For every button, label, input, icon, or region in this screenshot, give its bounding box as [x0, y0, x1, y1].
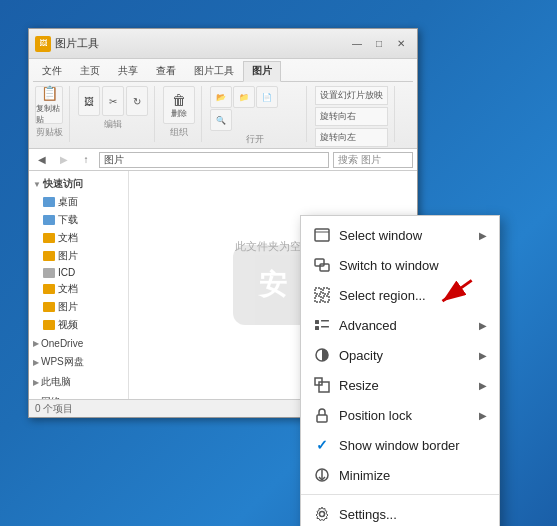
- minimize-button[interactable]: —: [347, 35, 367, 53]
- menu-item-settings[interactable]: Settings...: [301, 499, 499, 526]
- menu-item-switch-window[interactable]: Switch to window: [301, 250, 499, 280]
- ribbon-btn-crop[interactable]: ✂: [102, 86, 124, 116]
- svg-rect-5: [323, 288, 329, 294]
- menu-item-show-border-label: Show window border: [339, 438, 487, 453]
- search-box[interactable]: 搜索 图片: [333, 152, 413, 168]
- ribbon-group-misc: 设置幻灯片放映 旋转向右 旋转向左 选项: [315, 86, 395, 142]
- sidebar-onedrive: ▶ OneDrive: [29, 336, 128, 351]
- context-menu: Select window ▶ Switch to window Select …: [300, 215, 500, 526]
- window-icon: [313, 226, 331, 244]
- opacity-icon: [313, 346, 331, 364]
- menu-item-select-window[interactable]: Select window ▶: [301, 220, 499, 250]
- tab-share[interactable]: 共享: [109, 61, 147, 81]
- menu-item-select-region[interactable]: Select region...: [301, 280, 499, 310]
- menu-item-minimize[interactable]: Minimize: [301, 460, 499, 490]
- menu-item-opacity-label: Opacity: [339, 348, 479, 363]
- ribbon-btn-misc2[interactable]: 旋转向右: [315, 107, 388, 126]
- sidebar-item-docs[interactable]: 文档: [29, 229, 128, 247]
- menu-item-advanced-label: Advanced: [339, 318, 479, 333]
- menu-item-position-lock-label: Position lock: [339, 408, 479, 423]
- ribbon-btn-fixed[interactable]: 🖼: [78, 86, 100, 116]
- onedrive-header[interactable]: ▶ OneDrive: [29, 336, 128, 351]
- title-bar: 🖼 图片工具 — □ ✕: [29, 29, 417, 59]
- back-button[interactable]: ◀: [33, 151, 51, 169]
- check-icon: ✓: [313, 436, 331, 454]
- switch-icon: [313, 256, 331, 274]
- thispc-header[interactable]: ▶ 此电脑: [29, 373, 128, 391]
- close-button[interactable]: ✕: [391, 35, 411, 53]
- up-button[interactable]: ↑: [77, 151, 95, 169]
- advanced-icon: [313, 316, 331, 334]
- ribbon-group-open: 📂 📁 📄 🔍 行开: [210, 86, 307, 142]
- menu-item-select-window-label: Select window: [339, 228, 479, 243]
- menu-item-resize[interactable]: Resize ▶: [301, 370, 499, 400]
- ribbon-btn-misc3[interactable]: 旋转向左: [315, 128, 388, 147]
- ribbon-btn-rotate[interactable]: ↻: [126, 86, 148, 116]
- ribbon-btn-delete[interactable]: 🗑 删除: [163, 86, 195, 124]
- menu-item-select-region-label: Select region...: [339, 288, 487, 303]
- sidebar-item-desktop[interactable]: 桌面: [29, 193, 128, 211]
- svg-rect-8: [315, 320, 319, 324]
- svg-rect-10: [321, 320, 329, 322]
- quickaccess-header[interactable]: ▼ 快速访问: [29, 175, 128, 193]
- item-count: 0 个项目: [35, 402, 73, 416]
- ribbon-btn-open3[interactable]: 📄: [256, 86, 278, 108]
- maximize-button[interactable]: □: [369, 35, 389, 53]
- sidebar-thispc: ▶ 此电脑: [29, 373, 128, 391]
- ribbon-btn-open1[interactable]: 📂: [210, 86, 232, 108]
- select-window-arrow: ▶: [479, 230, 487, 241]
- ribbon-group-new: 🖼 ✂ ↻ 编辑: [78, 86, 155, 142]
- svg-rect-6: [315, 296, 321, 302]
- ribbon-btn-misc1[interactable]: 设置幻灯片放映: [315, 86, 388, 105]
- svg-rect-7: [323, 296, 329, 302]
- minimize-icon: [313, 466, 331, 484]
- wps-header[interactable]: ▶ WPS网盘: [29, 353, 128, 371]
- svg-rect-14: [319, 382, 329, 392]
- ribbon-tabs: 文件 主页 共享 查看 图片工具 图片: [33, 61, 413, 81]
- tab-tools[interactable]: 图片工具: [185, 61, 243, 81]
- ribbon-group-actions: 🗑 删除 组织: [163, 86, 202, 142]
- ribbon-group-organize: 📋 复制粘贴 剪贴板: [35, 86, 70, 142]
- sidebar-item-icd[interactable]: ICD: [29, 265, 128, 280]
- ribbon-content: 📋 复制粘贴 剪贴板 🖼 ✂: [33, 81, 413, 146]
- sidebar: ▼ 快速访问 桌面 下载 文档: [29, 171, 129, 399]
- desktop: 🖼 图片工具 — □ ✕ 文件 主页 共享 查看 图片工具 图片: [0, 0, 557, 526]
- ribbon-btn-open4[interactable]: 🔍: [210, 109, 232, 131]
- svg-rect-9: [315, 326, 319, 330]
- sidebar-item-downloads[interactable]: 下载: [29, 211, 128, 229]
- menu-item-minimize-label: Minimize: [339, 468, 487, 483]
- ribbon-btn-open2[interactable]: 📁: [233, 86, 255, 108]
- menu-item-opacity[interactable]: Opacity ▶: [301, 340, 499, 370]
- lock-icon: [313, 406, 331, 424]
- address-input[interactable]: 图片: [99, 152, 329, 168]
- sidebar-item-docs2[interactable]: 文档: [29, 280, 128, 298]
- ribbon-btn-1[interactable]: 📋 复制粘贴: [35, 86, 63, 124]
- window-controls: — □ ✕: [347, 35, 411, 53]
- resize-icon: [313, 376, 331, 394]
- menu-item-settings-label: Settings...: [339, 507, 487, 522]
- tab-picture[interactable]: 图片: [243, 61, 281, 82]
- tab-home[interactable]: 主页: [71, 61, 109, 81]
- svg-rect-15: [317, 415, 327, 422]
- title-bar-text: 图片工具: [55, 36, 347, 51]
- forward-button[interactable]: ▶: [55, 151, 73, 169]
- sidebar-item-pictures[interactable]: 图片: [29, 247, 128, 265]
- svg-rect-4: [315, 288, 321, 294]
- resize-arrow: ▶: [479, 380, 487, 391]
- svg-point-20: [320, 512, 325, 517]
- menu-item-position-lock[interactable]: Position lock ▶: [301, 400, 499, 430]
- sidebar-wps: ▶ WPS网盘: [29, 353, 128, 371]
- region-icon: [313, 286, 331, 304]
- settings-icon: [313, 505, 331, 523]
- sidebar-quickaccess: ▼ 快速访问 桌面 下载 文档: [29, 175, 128, 334]
- menu-item-advanced[interactable]: Advanced ▶: [301, 310, 499, 340]
- app-icon: 🖼: [35, 36, 51, 52]
- sidebar-item-video[interactable]: 视频: [29, 316, 128, 334]
- address-bar: ◀ ▶ ↑ 图片 搜索 图片: [29, 149, 417, 171]
- position-lock-arrow: ▶: [479, 410, 487, 421]
- tab-file[interactable]: 文件: [33, 61, 71, 81]
- tab-view[interactable]: 查看: [147, 61, 185, 81]
- sidebar-item-pics2[interactable]: 图片: [29, 298, 128, 316]
- menu-item-show-border[interactable]: ✓ Show window border: [301, 430, 499, 460]
- advanced-arrow: ▶: [479, 320, 487, 331]
